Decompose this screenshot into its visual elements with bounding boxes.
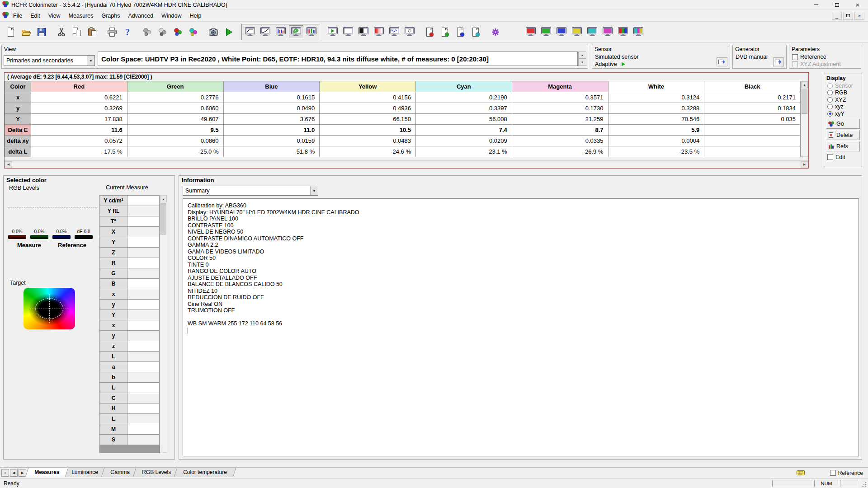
resize-grip[interactable] <box>859 479 868 488</box>
capture-icon[interactable] <box>206 25 221 39</box>
sat-red-icon[interactable] <box>524 25 538 39</box>
go-button[interactable]: Go <box>826 119 860 129</box>
minimize-button[interactable] <box>806 0 826 9</box>
settings-icon[interactable] <box>488 25 503 39</box>
maximize-button[interactable] <box>826 0 847 9</box>
chart-red-icon[interactable] <box>422 25 437 39</box>
tab-scroll-left-button[interactable]: ◀ <box>10 469 18 477</box>
sat-yellow-icon[interactable] <box>570 25 584 39</box>
sat-blue-icon[interactable] <box>554 25 569 39</box>
mdi-restore-button[interactable] <box>843 12 853 20</box>
sat-magenta-icon[interactable] <box>600 25 615 39</box>
scroll-up-icon[interactable]: ▲ <box>801 81 808 88</box>
information-text-area[interactable]: Calibration by: ABG360Display: HYUNDAI 7… <box>183 198 859 456</box>
column-header-color: Color <box>5 81 31 92</box>
measure-cell: -51.8 % <box>223 146 320 157</box>
info-spinner[interactable]: ▲ ▼ <box>578 52 586 66</box>
sat-cyan-icon[interactable] <box>585 25 599 39</box>
view-mode-select[interactable]: Primaries and secondaries ▼ <box>4 55 95 66</box>
measure-table-scrollbar[interactable]: ▲ <box>160 195 167 453</box>
spin-down-icon[interactable]: ▼ <box>578 59 586 66</box>
cut-icon[interactable] <box>54 25 69 39</box>
measure-row: Y <box>99 237 160 248</box>
open-file-icon[interactable] <box>19 25 33 39</box>
view-cie-icon[interactable] <box>289 25 303 39</box>
reference-checkbox[interactable]: Reference <box>830 470 863 476</box>
free-measure-icon[interactable] <box>140 25 155 39</box>
meas-contrast-icon[interactable] <box>356 25 371 39</box>
view-rgb-levels-icon[interactable] <box>304 25 319 39</box>
sat-secondaries-icon[interactable] <box>631 25 646 39</box>
primaries-measure-icon[interactable] <box>171 25 185 39</box>
display-mode-xyz[interactable]: xyz <box>824 103 862 111</box>
table-horizontal-scrollbar[interactable]: ◀ ▶ <box>5 160 808 168</box>
meas-continuous-icon[interactable] <box>326 25 340 39</box>
menu-edit[interactable]: Edit <box>26 11 44 21</box>
grayscale-measure-icon[interactable] <box>156 25 170 39</box>
measure-row-label: M <box>99 424 127 435</box>
view-temperature-icon[interactable] <box>274 25 288 39</box>
scrollbar-thumb[interactable] <box>160 203 166 235</box>
sensor-play-icon[interactable] <box>621 61 626 67</box>
menu-measures[interactable]: Measures <box>65 11 98 21</box>
meas-saturation-icon[interactable] <box>372 25 386 39</box>
scroll-right-icon[interactable]: ▶ <box>801 161 808 168</box>
toolbar: ? <box>0 22 868 42</box>
sat-primaries-icon[interactable] <box>616 25 630 39</box>
display-mode-xyz[interactable]: XYZ <box>824 96 862 103</box>
menu-window[interactable]: Window <box>157 11 185 21</box>
table-vertical-scrollbar[interactable]: ▲ <box>801 81 808 157</box>
save-file-icon[interactable] <box>34 25 49 39</box>
close-button[interactable]: × <box>847 0 868 9</box>
help-icon[interactable]: ? <box>120 25 135 39</box>
sat-green-icon[interactable] <box>539 25 553 39</box>
sensor-configure-button[interactable] <box>717 57 727 66</box>
delete-button[interactable]: Delete <box>826 130 860 140</box>
reference-legend-label: Reference <box>58 242 86 249</box>
run-measures-icon[interactable] <box>222 25 236 39</box>
measure-cell: 0.6221 <box>31 92 127 103</box>
scroll-left-icon[interactable]: ◀ <box>5 161 12 168</box>
xyz-adjustment-checkbox[interactable]: XYZ Adjustment <box>789 61 861 68</box>
view-luminance-icon[interactable] <box>243 25 257 39</box>
chart-blue-icon[interactable] <box>453 25 467 39</box>
mdi-minimize-button[interactable]: _ <box>832 12 842 20</box>
generator-configure-button[interactable] <box>773 57 784 66</box>
menu-view[interactable]: View <box>44 11 65 21</box>
measure-row-label: x <box>99 320 127 331</box>
display-mode-rgb[interactable]: RGB <box>824 89 862 97</box>
menu-file[interactable]: File <box>9 11 26 21</box>
edit-checkbox[interactable]: Edit <box>827 154 862 160</box>
display-mode-xyy[interactable]: xyY <box>824 110 862 117</box>
meas-free-icon[interactable] <box>341 25 355 39</box>
tab-color-temperature[interactable]: Color temperature <box>174 468 236 477</box>
new-file-icon[interactable] <box>4 25 18 39</box>
chart-cyan-icon[interactable] <box>468 25 483 39</box>
copy-icon[interactable] <box>70 25 84 39</box>
tab-luminance[interactable]: Luminance <box>62 468 108 477</box>
meas-config-icon[interactable] <box>402 25 417 39</box>
display-mode-sensor[interactable]: Sensor <box>824 82 862 89</box>
mdi-close-button[interactable]: × <box>854 12 864 20</box>
print-icon[interactable] <box>105 25 119 39</box>
keyboard-icon[interactable] <box>797 470 805 476</box>
spin-up-icon[interactable]: ▲ <box>578 52 586 59</box>
view-gamma-icon[interactable] <box>258 25 273 39</box>
menu-advanced[interactable]: Advanced <box>124 11 157 21</box>
menu-help[interactable]: Help <box>186 11 206 21</box>
reference-parameter-checkbox[interactable]: Reference <box>789 53 861 61</box>
scrollbar-thumb[interactable] <box>802 89 807 114</box>
meas-wave-icon[interactable] <box>387 25 401 39</box>
scroll-up-icon[interactable]: ▲ <box>160 196 167 202</box>
measure-row-label: b <box>99 372 127 383</box>
tab-rgb-levels[interactable]: RGB Levels <box>132 468 180 477</box>
refs-button[interactable]: Refs <box>826 141 860 151</box>
tab-measures[interactable]: Measures <box>25 468 69 477</box>
toolbar-group <box>206 25 236 39</box>
paste-icon[interactable] <box>85 25 99 39</box>
summary-select[interactable]: Summary ▼ <box>183 186 318 196</box>
tab-close-button[interactable]: × <box>1 469 9 477</box>
secondaries-measure-icon[interactable] <box>186 25 201 39</box>
menu-graphs[interactable]: Graphs <box>97 11 124 21</box>
chart-green-icon[interactable] <box>438 25 452 39</box>
